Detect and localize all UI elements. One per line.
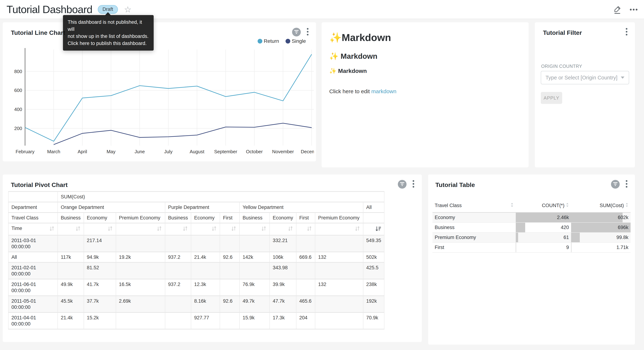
pivot-value-cell: 76.9k xyxy=(240,279,270,296)
pivot-value-cell: 937.2 xyxy=(165,252,191,262)
x-axis-tick-label: November xyxy=(272,149,294,154)
x-axis-tick-label: May xyxy=(106,149,116,154)
pivot-value-cell: 49.9k xyxy=(58,279,84,296)
kebab-menu-icon[interactable] xyxy=(412,179,415,189)
x-axis-tick-label: December xyxy=(301,149,314,154)
sum-cost-cell: 1.71k xyxy=(573,245,628,250)
pivot-class-header: Business xyxy=(240,212,270,223)
more-actions-icon[interactable] xyxy=(630,8,638,11)
sort-icon[interactable] xyxy=(355,226,360,233)
kebab-menu-icon[interactable] xyxy=(625,179,628,189)
favorite-star-icon[interactable]: ☆ xyxy=(124,5,132,14)
pivot-all-value-cell: 70.9k xyxy=(363,312,384,329)
pivot-value-cell: 927.77 xyxy=(191,312,220,329)
pivot-value-cell: 8.16k xyxy=(191,296,220,312)
sum-cost-cell: 602k xyxy=(573,215,628,220)
legend-dot xyxy=(258,39,262,44)
sort-caret-icon xyxy=(625,202,628,208)
markdown-body: ✨Markdown ✨ Markdown ✨ Markdown Click he… xyxy=(322,22,528,94)
pivot-value-cell: 465.6 xyxy=(296,296,315,312)
pivot-value-cell: 81.52 xyxy=(84,262,116,279)
travel-class-cell: Business xyxy=(435,225,514,230)
count-cell: 9 xyxy=(518,245,569,250)
pivot-value-cell: 92.6 xyxy=(220,252,240,262)
table-cell: Premium Economy xyxy=(432,232,516,242)
cell-bar xyxy=(571,243,572,252)
pivot-value-cell: 12.3k xyxy=(191,279,220,296)
apply-button[interactable]: APPLY xyxy=(541,92,562,104)
legend-label: Single xyxy=(292,38,306,44)
x-axis-tick-label: October xyxy=(246,149,263,154)
chevron-down-icon xyxy=(621,76,624,79)
pivot-class-header: Premium Economy xyxy=(116,212,165,223)
origin-country-select[interactable]: Type or Select [Origin Country] xyxy=(541,71,629,84)
pivot-class-header-empty xyxy=(363,212,384,223)
y-axis-tick-label: 400 xyxy=(14,107,22,112)
sort-icon[interactable] xyxy=(108,226,113,233)
sort-icon[interactable] xyxy=(288,226,293,233)
sort-icon[interactable] xyxy=(182,226,188,233)
pivot-time-cell: 2011-06-01 00:00:00 xyxy=(8,279,58,296)
filter-indicator-icon[interactable] xyxy=(611,180,620,188)
pivot-class-header: Business xyxy=(165,212,191,223)
pivot-value-cell xyxy=(296,235,315,252)
pivot-class-row-label: Travel Class xyxy=(8,212,58,223)
column-header-label: COUNT(*) xyxy=(542,203,564,208)
pivot-corner-cell xyxy=(8,192,58,202)
pivot-sort-cell xyxy=(220,223,240,235)
filter-indicator-icon[interactable] xyxy=(292,28,301,36)
column-header-travel-class[interactable]: Travel Class xyxy=(432,202,516,212)
edit-dashboard-icon[interactable] xyxy=(613,5,622,14)
pivot-value-cell xyxy=(58,235,84,252)
markdown-paragraph-text: Click here to edit xyxy=(329,88,371,94)
pivot-value-cell xyxy=(58,262,84,279)
pivot-time-cell: 2011-04-01 00:00:00 xyxy=(8,312,58,329)
legend-dot xyxy=(286,39,290,44)
pivot-sort-cell-active xyxy=(363,223,384,235)
data-table-body: Economy2.46k602kBusiness420696kPremium E… xyxy=(432,212,630,252)
sort-icon[interactable] xyxy=(261,226,266,233)
column-header-sum-cost[interactable]: SUM(Cost) xyxy=(571,202,630,212)
pivot-time-row-label: Time xyxy=(8,223,58,235)
sort-caret-icon xyxy=(566,202,569,208)
y-axis-tick-label: 600 xyxy=(14,88,22,93)
sort-icon-active[interactable] xyxy=(375,226,381,233)
pivot-sort-cell xyxy=(58,223,84,235)
pivot-grid: SUM(Cost)DepartmentOrange DepartmentPurp… xyxy=(8,191,384,330)
sort-caret-icon xyxy=(510,202,514,208)
sort-icon[interactable] xyxy=(211,226,217,233)
sort-icon[interactable] xyxy=(49,226,54,233)
sort-icon[interactable] xyxy=(231,226,236,233)
pivot-sort-cell xyxy=(191,223,220,235)
pivot-value-cell xyxy=(315,312,363,329)
filter-indicator-icon[interactable] xyxy=(398,180,406,188)
column-header-count[interactable]: COUNT(*) xyxy=(516,202,571,212)
table-row: Premium Economy6199.8k xyxy=(432,232,630,242)
kebab-menu-icon[interactable] xyxy=(306,27,310,37)
table-cell: 61 xyxy=(516,232,571,242)
sum-cost-cell: 696k xyxy=(573,225,628,230)
column-header-label: SUM(Cost) xyxy=(600,203,624,208)
legend-item-single[interactable]: Single xyxy=(286,38,306,44)
kebab-menu-icon[interactable] xyxy=(625,27,628,37)
y-axis-tick-label: 200 xyxy=(14,126,22,131)
markdown-edit-link[interactable]: markdown xyxy=(371,88,396,94)
pivot-sort-cell xyxy=(296,223,315,235)
pivot-table: SUM(Cost)DepartmentOrange DepartmentPurp… xyxy=(8,191,384,330)
pivot-all-value-cell: 502k xyxy=(363,252,384,262)
travel-class-cell: Premium Economy xyxy=(435,235,514,240)
x-axis-tick-label: August xyxy=(190,149,205,154)
pivot-value-cell: 17.3k xyxy=(270,312,296,329)
legend-item-return[interactable]: Return xyxy=(258,38,279,44)
line-chart-card: Tutorial Line Chart ReturnSingle 2004006… xyxy=(3,22,316,162)
table-cell: 602k xyxy=(571,212,630,222)
sort-icon[interactable] xyxy=(156,226,162,233)
table-cell: Economy xyxy=(432,212,516,222)
pivot-value-cell xyxy=(165,296,191,312)
sort-icon[interactable] xyxy=(306,226,312,233)
table-card-actions xyxy=(611,179,628,189)
pivot-time-cell: 2011-03-01 00:00:00 xyxy=(8,235,58,252)
pivot-value-cell xyxy=(240,235,270,252)
sort-icon[interactable] xyxy=(75,226,81,233)
table-cell: First xyxy=(432,242,516,252)
